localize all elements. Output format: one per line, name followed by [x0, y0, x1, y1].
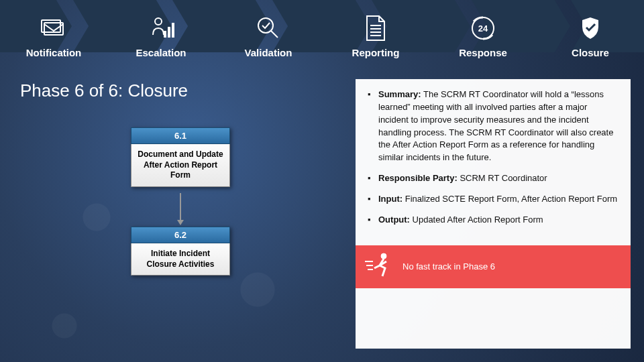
- bullet-text: SCRM RT Coordinator: [458, 173, 547, 183]
- bullet-output: Output: Updated After Action Report Form: [368, 214, 619, 227]
- flow-step-number: 6.1: [131, 127, 230, 144]
- phase-notification: Notification: [0, 13, 107, 67]
- document-icon: [361, 13, 390, 43]
- bullet-label: Output:: [378, 215, 410, 225]
- fast-track-text: No fast track in Phase 6: [402, 261, 495, 272]
- svg-text:24: 24: [478, 23, 488, 34]
- clock-24-icon: 24: [468, 13, 498, 43]
- svg-rect-3: [164, 31, 166, 38]
- shield-check-icon: [576, 13, 605, 43]
- page-title: Phase 6 of 6: Closure: [20, 80, 188, 101]
- phase-reporting: Reporting: [322, 13, 429, 67]
- phase-label: Validation: [245, 47, 292, 58]
- flow-step-number: 6.2: [131, 227, 230, 243]
- phase-validation: Validation: [215, 13, 322, 67]
- flow-step-text: Initiate Incident Closure Activities: [131, 243, 230, 276]
- phase-row: Notification Escalation Validation Repor…: [0, 13, 644, 67]
- flow-step-text: Document and Update After Action Report …: [131, 144, 230, 187]
- svg-point-13: [381, 253, 386, 259]
- flow-step-1: 6.1 Document and Update After Action Rep…: [131, 127, 230, 187]
- flow-step-2: 6.2 Initiate Incident Closure Activities: [131, 227, 230, 276]
- bullet-label: Input:: [378, 194, 402, 204]
- phase-label: Reporting: [352, 47, 400, 58]
- svg-rect-5: [172, 23, 174, 38]
- bullet-responsible: Responsible Party: SCRM RT Coordinator: [368, 172, 619, 185]
- person-bars-icon: [146, 13, 176, 43]
- content-panel: Summary: The SCRM RT Coordinator will ho…: [356, 79, 631, 349]
- bullet-text: Updated After Action Report Form: [410, 215, 543, 225]
- bullet-input: Input: Finalized SCTE Report Form, After…: [368, 193, 619, 206]
- svg-rect-4: [168, 27, 170, 38]
- phase-label: Notification: [26, 47, 82, 58]
- bullet-summary: Summary: The SCRM RT Coordinator will ho…: [368, 88, 619, 164]
- flow-arrow-icon: [180, 193, 181, 224]
- phase-label: Escalation: [136, 47, 186, 58]
- phase-escalation: Escalation: [107, 13, 215, 67]
- phase-label: Closure: [572, 47, 609, 58]
- bullet-text: The SCRM RT Coordinator will hold a “les…: [378, 89, 613, 162]
- phase-label: Response: [459, 47, 507, 58]
- phase-closure: Closure: [537, 13, 644, 67]
- running-icon: [364, 252, 394, 282]
- svg-point-2: [155, 18, 162, 25]
- envelope-icon: [39, 13, 68, 43]
- phase-response: 24 Response: [429, 13, 537, 67]
- magnifier-check-icon: [254, 13, 283, 43]
- bullet-text: Finalized SCTE Report Form, After Action…: [402, 194, 617, 204]
- bullet-list: Summary: The SCRM RT Coordinator will ho…: [368, 88, 619, 235]
- fast-track-banner: No fast track in Phase 6: [356, 245, 631, 288]
- bullet-label: Responsible Party:: [378, 173, 458, 183]
- bullet-label: Summary:: [378, 89, 421, 99]
- svg-point-6: [258, 18, 273, 33]
